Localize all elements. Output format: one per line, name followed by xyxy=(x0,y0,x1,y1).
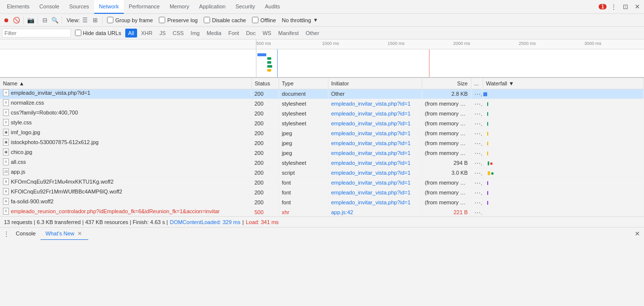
initiator-link[interactable]: empleado_invitar_vista.php?id=1 xyxy=(331,160,411,166)
filter-xhr-button[interactable]: XHR xyxy=(138,29,155,38)
bottom-tab-whats-new[interactable]: What's New ✕ xyxy=(40,228,88,240)
row-dots-button[interactable]: ⋯ xyxy=(474,140,483,147)
row-initiator[interactable]: empleado_invitar_vista.php?id=1 xyxy=(328,109,422,118)
filter-media-button[interactable]: Media xyxy=(204,29,224,38)
filter-other-button[interactable]: Other xyxy=(303,29,322,38)
table-row[interactable]: #normalize.css200stylesheetempleado_invi… xyxy=(0,99,644,109)
table-row[interactable]: #css?family=Roboto:400,700200stylesheete… xyxy=(0,109,644,118)
offline-label[interactable]: Offline xyxy=(252,17,276,23)
col-type[interactable]: Type xyxy=(279,78,328,89)
row-initiator[interactable]: empleado_invitar_vista.php?id=1 xyxy=(328,188,422,197)
row-dots-button[interactable]: ⋯ xyxy=(474,100,483,108)
row-dots-button[interactable]: ⋯ xyxy=(474,209,483,216)
filter-icon[interactable]: ⊟ xyxy=(40,16,49,25)
throttling-dropdown-icon[interactable]: ▼ xyxy=(313,17,318,23)
group-by-frame-label[interactable]: Group by frame xyxy=(107,17,153,23)
detach-icon[interactable]: ⊡ xyxy=(620,2,630,12)
row-dots-button[interactable]: ⋯ xyxy=(474,189,483,196)
hide-data-urls-label[interactable]: Hide data URLs xyxy=(75,30,121,36)
close-devtools-icon[interactable]: ✕ xyxy=(632,2,642,12)
col-name[interactable]: Name ▲ xyxy=(0,78,251,89)
initiator-link[interactable]: empleado_invitar_vista.php?id=1 xyxy=(331,150,411,156)
preserve-log-label[interactable]: Preserve log xyxy=(159,17,198,23)
row-dots-button[interactable]: ⋯ xyxy=(474,150,483,157)
row-initiator[interactable]: empleado_invitar_vista.php?id=1 xyxy=(328,118,422,128)
table-row[interactable]: Xempleado_reunion_controlador.php?idEmpl… xyxy=(0,207,644,216)
col-waterfall[interactable]: Waterfall ▼ xyxy=(483,78,644,89)
hide-data-urls-checkbox[interactable] xyxy=(75,30,81,36)
tab-elements[interactable]: Elements xyxy=(2,0,35,14)
initiator-link[interactable]: empleado_invitar_vista.php?id=1 xyxy=(331,101,411,107)
initiator-link[interactable]: empleado_invitar_vista.php?id=1 xyxy=(331,180,411,186)
initiator-link[interactable]: empleado_invitar_vista.php?id=1 xyxy=(331,140,411,146)
table-row[interactable]: ▣chico.jpg200jpegempleado_invitar_vista.… xyxy=(0,148,644,158)
row-dots-button[interactable]: ⋯ xyxy=(474,169,483,177)
table-row[interactable]: Afa-solid-900.woff2200fontempleado_invit… xyxy=(0,197,644,207)
bottom-tab-console[interactable]: Console xyxy=(11,228,40,240)
preserve-log-checkbox[interactable] xyxy=(159,17,165,23)
list-view-icon[interactable]: ☰ xyxy=(81,16,90,25)
col-dots[interactable]: ... xyxy=(471,78,483,89)
bottom-more-icon[interactable]: ⋮ xyxy=(2,230,11,238)
filter-doc-button[interactable]: Doc xyxy=(243,29,259,38)
initiator-link[interactable]: empleado_invitar_vista.php?id=1 xyxy=(331,111,411,116)
clear-button[interactable]: 🚫 xyxy=(12,16,21,25)
filter-all-button[interactable]: All xyxy=(125,29,137,38)
row-initiator[interactable]: empleado_invitar_vista.php?id=1 xyxy=(328,138,422,148)
row-initiator[interactable]: empleado_invitar_vista.php?id=1 xyxy=(328,197,422,207)
row-dots-button[interactable]: ⋯ xyxy=(474,199,483,206)
table-row[interactable]: ≡empleado_invitar_vista.php?id=1200docum… xyxy=(0,89,644,99)
disable-cache-label[interactable]: Disable cache xyxy=(204,17,246,23)
search-icon[interactable]: 🔍 xyxy=(50,16,59,25)
row-initiator[interactable]: empleado_invitar_vista.php?id=1 xyxy=(328,148,422,158)
record-button[interactable]: ⏺ xyxy=(2,16,11,25)
close-bottom-icon[interactable]: ✕ xyxy=(632,229,642,239)
offline-checkbox[interactable] xyxy=(252,17,258,23)
grid-view-icon[interactable]: ⊞ xyxy=(91,16,100,25)
row-initiator[interactable]: empleado_invitar_vista.php?id=1 xyxy=(328,178,422,188)
initiator-link[interactable]: empleado_invitar_vista.php?id=1 xyxy=(331,190,411,195)
initiator-link[interactable]: empleado_invitar_vista.php?id=1 xyxy=(331,199,411,205)
initiator-link[interactable]: empleado_invitar_vista.php?id=1 xyxy=(331,130,411,136)
close-whats-new-icon[interactable]: ✕ xyxy=(76,230,83,237)
row-initiator[interactable]: empleado_invitar_vista.php?id=1 xyxy=(328,158,422,168)
tab-memory[interactable]: Memory xyxy=(165,0,194,14)
tab-sources[interactable]: Sources xyxy=(64,0,94,14)
table-row[interactable]: AKFOmCnqEu92Fr1Mu4mxKKTU1Kg.woff2200font… xyxy=(0,178,644,188)
filter-js-button[interactable]: JS xyxy=(156,29,169,38)
row-initiator[interactable]: empleado_invitar_vista.php?id=1 xyxy=(328,168,422,178)
row-dots-button[interactable]: ⋯ xyxy=(474,110,483,117)
row-dots-button[interactable]: ⋯ xyxy=(474,130,483,137)
row-dots-button[interactable]: ⋯ xyxy=(474,159,483,167)
initiator-link[interactable]: empleado_invitar_vista.php?id=1 xyxy=(331,120,411,126)
col-initiator[interactable]: Initiator xyxy=(328,78,422,89)
group-by-frame-checkbox[interactable] xyxy=(107,17,113,23)
more-options-icon[interactable]: ⋮ xyxy=(608,2,618,12)
row-dots-button[interactable]: ⋯ xyxy=(474,120,483,127)
row-dots-button[interactable]: ⋯ xyxy=(474,179,483,187)
filter-font-button[interactable]: Font xyxy=(225,29,242,38)
filter-input[interactable] xyxy=(2,29,71,38)
tab-security[interactable]: Security xyxy=(230,0,260,14)
row-dots-button[interactable]: ⋯ xyxy=(474,90,483,98)
table-row[interactable]: AKFOlCnqEu92Fr1MmWUlfBBc4AMP6lQ.woff2200… xyxy=(0,188,644,197)
row-initiator[interactable]: empleado_invitar_vista.php?id=1 xyxy=(328,128,422,138)
disable-cache-checkbox[interactable] xyxy=(204,17,210,23)
tab-audits[interactable]: Audits xyxy=(260,0,285,14)
table-row[interactable]: ▣istockphoto-530007875-612x612.jpg200jpe… xyxy=(0,138,644,148)
tab-console[interactable]: Console xyxy=(35,0,64,14)
initiator-link[interactable]: empleado_invitar_vista.php?id=1 xyxy=(331,170,411,176)
camera-icon[interactable]: 📷 xyxy=(26,16,35,25)
col-status[interactable]: Status xyxy=(251,78,279,89)
table-row[interactable]: #style.css200stylesheetempleado_invitar_… xyxy=(0,118,644,128)
row-initiator[interactable]: app.js:42 xyxy=(328,207,422,216)
filter-img-button[interactable]: Img xyxy=(188,29,203,38)
table-row[interactable]: JSapp.js200scriptempleado_invitar_vista.… xyxy=(0,168,644,178)
table-row[interactable]: #all.css200stylesheetempleado_invitar_vi… xyxy=(0,158,644,168)
filter-css-button[interactable]: CSS xyxy=(170,29,187,38)
tab-performance[interactable]: Performance xyxy=(124,0,165,14)
col-size[interactable]: Size xyxy=(422,78,471,89)
initiator-link[interactable]: app.js:42 xyxy=(331,209,354,215)
filter-manifest-button[interactable]: Manifest xyxy=(275,29,302,38)
tab-application[interactable]: Application xyxy=(194,0,231,14)
